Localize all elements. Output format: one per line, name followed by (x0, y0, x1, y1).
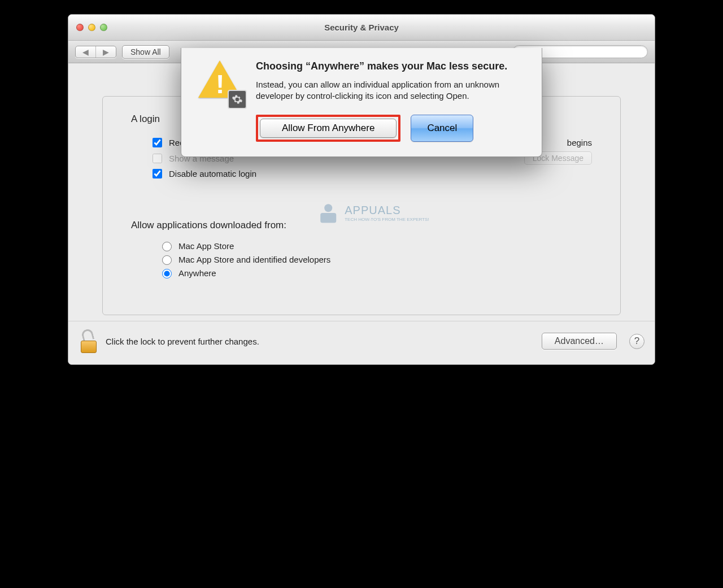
radio-mac-app-store-dev-input[interactable] (162, 255, 172, 265)
radio-anywhere-input[interactable] (162, 269, 172, 278)
close-window-button[interactable] (76, 24, 84, 31)
allow-from-anywhere-button[interactable]: Allow From Anywhere (260, 119, 397, 138)
titlebar: Security & Privacy (68, 15, 655, 41)
allow-button-highlight: Allow From Anywhere (256, 115, 400, 142)
search-input[interactable] (529, 47, 643, 56)
show-all-button[interactable]: Show All (122, 45, 169, 59)
advanced-button[interactable]: Advanced… (542, 333, 617, 350)
allow-apps-heading: Allow applications downloaded from: (131, 220, 592, 231)
radio-mac-app-store-input[interactable] (162, 242, 172, 251)
disable-auto-login-input[interactable] (153, 169, 162, 178)
warning-icon: ! (198, 60, 243, 106)
lock-icon[interactable] (79, 329, 99, 353)
svg-point-2 (324, 204, 332, 212)
nav-back-forward: ◀ ▶ (75, 46, 116, 58)
cancel-button[interactable]: Cancel (411, 115, 473, 142)
help-button[interactable]: ? (629, 334, 644, 349)
radio-mac-app-store-label: Mac App Store (178, 241, 234, 251)
sheet-body-text: Instead, you can allow an individual app… (256, 79, 525, 102)
nav-forward-button[interactable]: ▶ (96, 46, 116, 58)
require-password-input[interactable] (153, 138, 162, 147)
disable-auto-login-label: Disable automatic login (169, 169, 256, 178)
radio-mac-app-store-dev-label: Mac App Store and identified developers (178, 255, 330, 264)
disable-auto-login-checkbox[interactable]: Disable automatic login (150, 167, 592, 180)
radio-mac-app-store[interactable]: Mac App Store (159, 240, 592, 251)
nav-back-button[interactable]: ◀ (76, 46, 96, 58)
show-message-input[interactable] (153, 154, 162, 163)
sheet-heading: Choosing “Anywhere” makes your Mac less … (256, 60, 525, 72)
minimize-window-button[interactable] (88, 24, 95, 31)
footer: Click the lock to prevent further change… (68, 321, 655, 364)
radio-anywhere-label: Anywhere (178, 268, 216, 278)
gear-icon (228, 90, 247, 109)
radio-anywhere[interactable]: Anywhere (159, 267, 592, 278)
confirm-anywhere-sheet: ! Choosing “Anywhere” makes your Mac les… (181, 48, 542, 157)
window-title: Security & Privacy (68, 23, 655, 32)
watermark-name: APPUALS (345, 204, 429, 217)
radio-mac-app-store-dev[interactable]: Mac App Store and identified developers (159, 254, 592, 265)
require-password-label-tail: begins (567, 138, 592, 147)
zoom-window-button[interactable] (100, 24, 107, 31)
lock-hint-text: Click the lock to prevent further change… (106, 337, 535, 346)
